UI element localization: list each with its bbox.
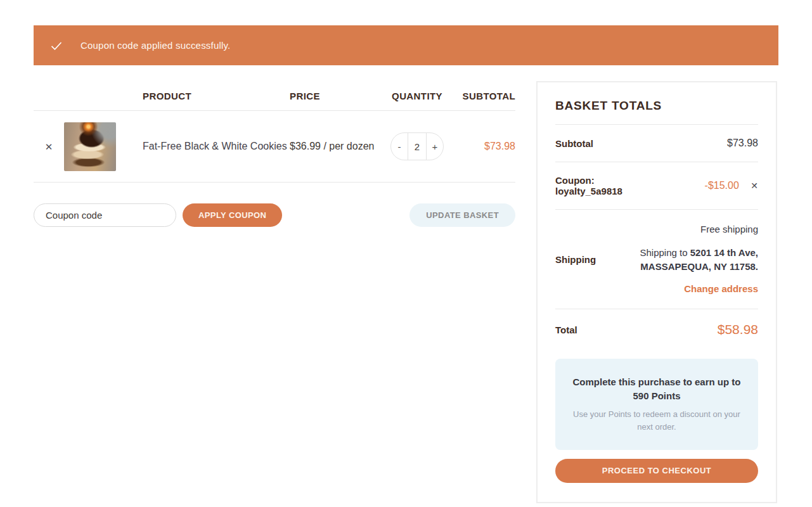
coupon-discount-value: -$15.00: [705, 180, 739, 191]
subtotal-row: Subtotal $73.98: [555, 124, 758, 162]
basket-page: Coupon code applied successfully. PRODUC…: [0, 0, 812, 503]
shipping-method: Free shipping: [640, 222, 758, 237]
basket-totals-panel: BASKET TOTALS Subtotal $73.98 Coupon: lo…: [536, 81, 777, 503]
col-header-price: PRICE: [290, 91, 389, 101]
quantity-stepper[interactable]: - 2 +: [390, 132, 444, 160]
shipping-label: Shipping: [555, 254, 596, 265]
proceed-to-checkout-button[interactable]: PROCEED TO CHECKOUT: [555, 459, 758, 483]
change-address-link[interactable]: Change address: [640, 282, 758, 297]
banner-message: Coupon code applied successfully.: [81, 40, 230, 51]
points-headline: Complete this purchase to earn up to 590…: [570, 375, 743, 403]
coupon-amount-group: -$15.00 ✕: [705, 180, 758, 191]
cart-table-header: PRODUCT PRICE QUANTITY SUBTOTAL: [34, 81, 515, 111]
total-row: Total $58.98: [555, 309, 758, 350]
coupon-controls: APPLY COUPON UPDATE BASKET: [34, 203, 515, 227]
points-subtext: Use your Points to redeem a discount on …: [570, 408, 743, 433]
quantity-value[interactable]: 2: [408, 133, 427, 160]
product-image[interactable]: [64, 122, 116, 171]
shipping-address: Shipping to 5201 14 th Ave, MASSAPEQUA, …: [640, 246, 758, 274]
col-header-quantity: QUANTITY: [389, 91, 446, 101]
coupon-success-banner: Coupon code applied successfully.: [34, 25, 778, 65]
total-value: $58.98: [718, 322, 758, 337]
remove-coupon-icon[interactable]: ✕: [751, 181, 758, 191]
quantity-decrease-button[interactable]: -: [391, 133, 408, 160]
loyalty-points-notice: Complete this purchase to earn up to 590…: [555, 359, 758, 450]
update-basket-button[interactable]: UPDATE BASKET: [409, 203, 515, 227]
subtotal-label: Subtotal: [555, 138, 593, 149]
remove-item-icon[interactable]: ✕: [34, 142, 64, 151]
shipping-row: Shipping Free shipping Shipping to 5201 …: [555, 209, 758, 309]
line-item-subtotal: $73.98: [446, 141, 515, 152]
coupon-label: Coupon: loyalty_5a9818: [555, 175, 622, 196]
total-label: Total: [555, 324, 577, 335]
col-header-subtotal: SUBTOTAL: [446, 91, 515, 101]
coupon-code-input[interactable]: [34, 203, 176, 227]
col-header-product: PRODUCT: [130, 91, 290, 101]
subtotal-value: $73.98: [727, 138, 758, 149]
product-name-link[interactable]: Fat-Free Black & White Cookies: [130, 141, 290, 152]
cart-section: PRODUCT PRICE QUANTITY SUBTOTAL ✕ Fat-Fr…: [34, 81, 515, 227]
panel-title: BASKET TOTALS: [555, 99, 758, 124]
product-price: $36.99 / per dozen: [290, 141, 389, 152]
cart-item-row: ✕ Fat-Free Black & White Cookies $36.99 …: [34, 111, 515, 183]
quantity-increase-button[interactable]: +: [427, 133, 443, 160]
apply-coupon-button[interactable]: APPLY COUPON: [183, 203, 282, 227]
shipping-details: Free shipping Shipping to 5201 14 th Ave…: [640, 222, 758, 296]
coupon-row: Coupon: loyalty_5a9818 -$15.00 ✕: [555, 162, 758, 209]
check-icon: [50, 39, 63, 52]
